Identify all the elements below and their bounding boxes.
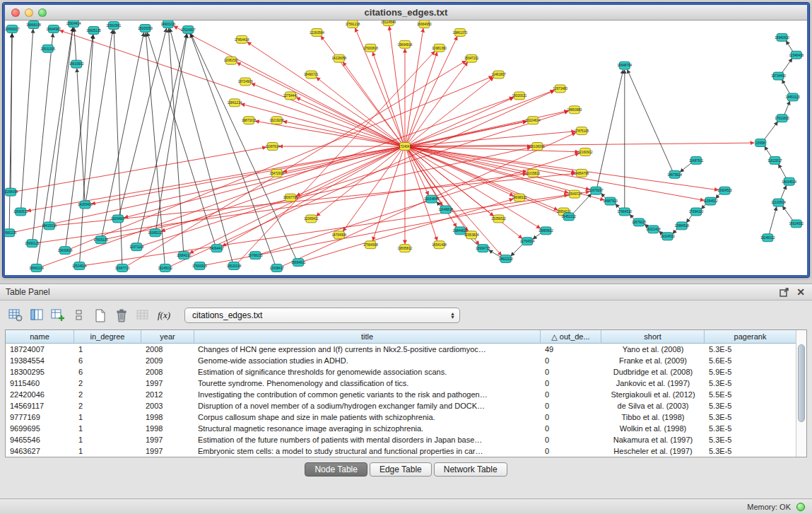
graph-edge[interactable] <box>782 206 794 221</box>
graph-node[interactable]: 11646818 <box>439 206 454 214</box>
graph-edge[interactable] <box>355 28 404 144</box>
table-select-dropdown[interactable]: citations_edges.txt ▲▼ <box>184 308 460 323</box>
graph-node[interactable]: 16724909 <box>238 78 253 86</box>
graph-node[interactable]: 15990122 <box>25 240 40 247</box>
graph-edge[interactable] <box>784 101 789 116</box>
graph-node[interactable]: 19768215 <box>248 252 263 259</box>
network-window-titlebar[interactable]: citations_edges.txt <box>5 5 807 21</box>
graph-node[interactable]: 18622110 <box>499 255 514 263</box>
table-row[interactable]: 1456911722003Disruption of a novel membe… <box>6 400 796 411</box>
graph-node[interactable]: 19324510 <box>660 233 675 240</box>
graph-node[interactable]: 19245012 <box>760 234 775 242</box>
graph-node[interactable]: 20268099 <box>5 188 18 196</box>
graph-node[interactable]: 17830915 <box>192 262 207 270</box>
graph-node[interactable]: 11684210 <box>177 252 192 259</box>
graph-edge[interactable] <box>317 148 402 216</box>
panel-splitter[interactable] <box>0 277 812 284</box>
graph-node[interactable]: 17610815 <box>775 115 789 122</box>
graph-node[interactable]: 16940810 <box>775 33 789 41</box>
citation-network-graph[interactable]: 1724041161083941101582218698321150565121… <box>5 21 807 275</box>
graph-node[interactable]: 17564908 <box>363 241 378 249</box>
graph-node[interactable]: 19452212 <box>561 213 576 221</box>
tab-edge-table[interactable]: Edge Table <box>370 462 432 477</box>
graph-node[interactable]: 19873315 <box>242 117 257 124</box>
graph-node[interactable]: 18960214 <box>29 264 44 272</box>
graph-node[interactable]: 14228058 <box>331 54 346 62</box>
graph-node[interactable]: 11548408 <box>789 51 804 59</box>
graph-node[interactable]: 12504914 <box>72 262 87 270</box>
graph-node[interactable]: 13984516 <box>674 222 689 230</box>
graph-node[interactable]: 15889912 <box>539 227 553 235</box>
graph-edge[interactable] <box>191 34 297 260</box>
graph-node[interactable]: 12938417 <box>269 264 284 272</box>
graph-edge[interactable] <box>407 37 457 144</box>
graph-node[interactable]: 12365411 <box>304 215 319 223</box>
graph-node[interactable]: 19264907 <box>111 215 126 223</box>
graph-node[interactable]: 12764514 <box>520 238 535 245</box>
graph-node[interactable]: 16541408 <box>432 241 447 249</box>
graph-node[interactable]: 15124549 <box>381 21 396 25</box>
graph-edge[interactable] <box>15 147 266 192</box>
graph-node[interactable]: 10981360 <box>432 44 447 52</box>
graph-node[interactable]: 12100504 <box>771 199 786 206</box>
graph-node[interactable]: 11094512 <box>703 197 718 205</box>
close-panel-icon[interactable]: ✕ <box>795 286 806 298</box>
graph-node[interactable]: 17505135 <box>93 236 108 244</box>
graph-node[interactable]: 16648794 <box>617 62 632 69</box>
graph-node[interactable]: 16219266 <box>269 117 284 124</box>
graph-edge[interactable] <box>780 185 786 200</box>
table-row[interactable]: 1830029562008Estimation of significance … <box>6 366 796 378</box>
graph-edge[interactable] <box>769 207 777 235</box>
tab-network-table[interactable]: Network Table <box>434 462 507 477</box>
graph-node[interactable]: 14854796 <box>575 169 589 177</box>
graph-node[interactable]: 18367705 <box>283 194 298 201</box>
graph-node[interactable]: 19861373 <box>453 28 468 36</box>
graph-edge[interactable] <box>409 147 526 173</box>
graph-node[interactable]: 16021418 <box>646 226 661 233</box>
graph-node[interactable]: 15647211 <box>464 54 479 62</box>
graph-edge[interactable] <box>126 61 466 267</box>
table-row[interactable]: 2242004622012Investigating the contribut… <box>6 389 796 400</box>
graph-node[interactable]: 13934715 <box>476 245 490 252</box>
graph-edge[interactable] <box>763 122 777 141</box>
graph-node[interactable]: 12071118 <box>129 243 143 251</box>
graph-node[interactable]: 15472916 <box>269 169 284 177</box>
scrollbar-thumb[interactable] <box>798 344 805 422</box>
graph-node[interactable]: 17875105 <box>575 127 589 135</box>
graph-node[interactable]: 12754441 <box>283 92 298 100</box>
graph-node[interactable]: 16924502 <box>789 220 804 228</box>
table-row[interactable]: 1938455462009Genome-wide association stu… <box>6 355 796 366</box>
graph-edge[interactable] <box>782 80 791 95</box>
graph-node[interactable]: 16633902 <box>69 60 84 68</box>
graph-node[interactable]: 14687913 <box>603 197 618 205</box>
graph-edge[interactable] <box>408 77 494 144</box>
graph-edge[interactable] <box>409 111 568 146</box>
graph-node[interactable]: 15905135 <box>86 26 101 34</box>
graph-node[interactable]: 16520318 <box>227 262 242 270</box>
graph-node[interactable]: 19154845 <box>424 195 439 203</box>
table-row[interactable]: 977716911998Corpus callosum shape and si… <box>6 411 796 423</box>
create-column-button[interactable] <box>49 307 67 324</box>
graph-edge[interactable] <box>296 148 401 196</box>
column-header[interactable]: year <box>141 330 194 344</box>
graph-node[interactable]: 18679914 <box>667 170 682 178</box>
table-mode-button[interactable] <box>6 307 25 324</box>
graph-edge[interactable] <box>409 147 704 201</box>
graph-edge[interactable] <box>190 34 275 266</box>
graph-edge[interactable] <box>86 30 112 201</box>
column-header[interactable]: title <box>194 330 541 344</box>
graph-edge[interactable] <box>21 29 33 209</box>
graph-edge[interactable] <box>156 34 187 230</box>
graph-edge[interactable] <box>119 28 166 216</box>
column-header[interactable]: name <box>6 330 74 344</box>
graph-node[interactable]: 12879115 <box>632 218 647 226</box>
graph-edge[interactable] <box>372 52 404 144</box>
column-header[interactable]: in_degree <box>74 330 141 344</box>
graph-node[interactable]: 19565812 <box>398 245 413 252</box>
graph-node[interactable]: 20600818 <box>58 247 73 255</box>
graph-node[interactable]: 11087914 <box>265 143 280 151</box>
graph-edge[interactable] <box>237 62 401 145</box>
row-options-button[interactable] <box>70 307 88 324</box>
graph-node[interactable]: 12904414 <box>66 21 81 27</box>
graph-edge[interactable] <box>102 33 144 237</box>
